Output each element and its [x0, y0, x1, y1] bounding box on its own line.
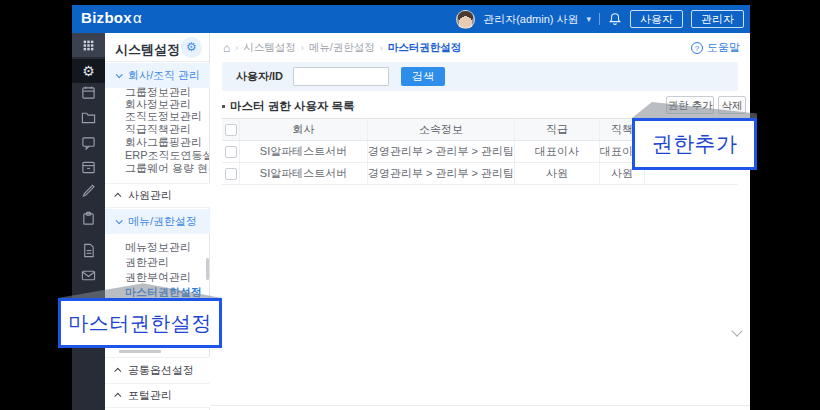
sidebar-section-common[interactable]: 공통옵션설정 [105, 357, 210, 382]
sidebar-section-employee[interactable]: 사원관리 [105, 183, 210, 208]
row-checkbox[interactable] [225, 168, 237, 180]
logo-alpha: α [133, 9, 142, 26]
row-checkbox[interactable] [225, 146, 237, 158]
icon-rail: ⚙ [72, 33, 105, 410]
callout-master-permission: 마스터권한설정 [58, 298, 222, 348]
callout-permission-add: 권한추가 [632, 118, 757, 170]
calendar-icon[interactable] [72, 81, 105, 103]
folder-icon[interactable] [72, 106, 105, 128]
archive-box-icon[interactable] [72, 156, 105, 178]
help-icon: ? [691, 42, 703, 54]
list-title: 마스터 권한 사용자 목록 [222, 99, 355, 114]
sidebar-section-portal[interactable]: 포털관리 [105, 383, 210, 408]
sidebar-item[interactable]: 권한부여관리 [125, 270, 209, 282]
sidebar-item[interactable]: 직급직책관리 [125, 122, 209, 134]
search-button[interactable]: 검색 [401, 67, 445, 86]
document-icon[interactable] [72, 239, 105, 261]
bullet-icon [222, 105, 225, 108]
column-header: 소속정보 [368, 119, 515, 140]
chevron-down-icon [116, 71, 123, 78]
help-link[interactable]: ? 도움말 [691, 40, 740, 55]
mail-icon[interactable] [72, 264, 105, 286]
sidebar-item[interactable]: 그룹웨어 용량 현황 [125, 161, 209, 173]
scroll-down-chevron-icon[interactable] [731, 325, 742, 336]
sidebar-item[interactable]: 조직도정보관리 [125, 109, 209, 121]
home-icon[interactable]: ⌂ [223, 42, 230, 54]
sidebar-item[interactable]: 회사그룹핑관리 [125, 135, 209, 147]
divider [599, 13, 600, 25]
user-menu-label[interactable]: 관리자(admin) 사원 [483, 12, 578, 27]
chat-icon[interactable] [72, 131, 105, 153]
sidebar: 시스템설정 ? ⚙ 회사/조직 관리 그룹정보관리 회사정보관리 조직도정보관리… [105, 33, 210, 410]
user-mode-button[interactable]: 사용자 [630, 10, 683, 28]
column-header: 회사 [240, 119, 368, 140]
logo-text: Bizbox [81, 9, 132, 26]
search-input[interactable] [293, 67, 389, 86]
topbar-right: 관리자(admin) 사원 ▾ 사용자 관리자 [456, 5, 744, 33]
search-label: 사용자/ID [236, 69, 283, 84]
sidebar-gear-button[interactable]: ⚙ [181, 37, 202, 58]
content-area: ⌂ › 시스템설정 › 메뉴/권한설정 › 마스터권한설정 ? 도움말 사용자/… [210, 33, 750, 410]
chevron-up-icon [114, 193, 121, 200]
chevron-up-icon [114, 367, 121, 374]
bottom-divider [210, 405, 750, 406]
screenshot-stage: Bizboxα 관리자(admin) 사원 ▾ 사용자 관리자 [0, 0, 820, 410]
sidebar-item[interactable]: 메뉴정보관리 [125, 240, 209, 252]
chevron-down-icon: ▾ [586, 14, 591, 24]
sidebar-section-menu-auth[interactable]: 메뉴/권한설정 [105, 209, 210, 234]
apps-grid-icon[interactable] [72, 33, 105, 57]
select-all-checkbox[interactable] [225, 124, 237, 136]
sidebar-header: 시스템설정 ? ⚙ [105, 33, 209, 62]
topbar: Bizboxα 관리자(admin) 사원 ▾ 사용자 관리자 [72, 5, 750, 33]
avatar[interactable] [456, 10, 475, 29]
breadcrumb: ⌂ › 시스템설정 › 메뉴/권한설정 › 마스터권한설정 [223, 41, 461, 55]
sidebar-title: 시스템설정 [115, 41, 180, 59]
breadcrumb-item[interactable]: 메뉴/권한설정 [309, 41, 375, 55]
settings-gear-icon-active[interactable]: ⚙ [72, 59, 105, 83]
column-header: 직급 [515, 119, 600, 140]
search-panel: 사용자/ID 검색 [222, 62, 738, 91]
sidebar-item[interactable]: 그룹정보관리 [125, 85, 209, 97]
sidebar-item[interactable]: ERP조직도연동설정 [125, 148, 209, 160]
sidebar-item[interactable]: 회사정보관리 [125, 97, 209, 109]
chevron-up-icon [114, 393, 121, 400]
gear-icon: ⚙ [82, 64, 95, 78]
occluded-menu-item [119, 350, 161, 353]
breadcrumb-current: 마스터권한설정 [388, 41, 462, 55]
admin-mode-button[interactable]: 관리자 [691, 10, 744, 28]
chevron-down-icon [116, 217, 123, 224]
sidebar-scrollbar-thumb[interactable] [206, 258, 209, 280]
clipboard-icon[interactable] [72, 207, 105, 229]
app-window: Bizboxα 관리자(admin) 사원 ▾ 사용자 관리자 [72, 5, 750, 410]
app-logo[interactable]: Bizboxα [81, 9, 142, 26]
pen-icon[interactable] [72, 179, 105, 201]
sidebar-item[interactable]: 권한관리 [125, 255, 209, 267]
breadcrumb-item[interactable]: 시스템설정 [243, 41, 296, 55]
notification-bell-icon[interactable] [608, 12, 622, 26]
